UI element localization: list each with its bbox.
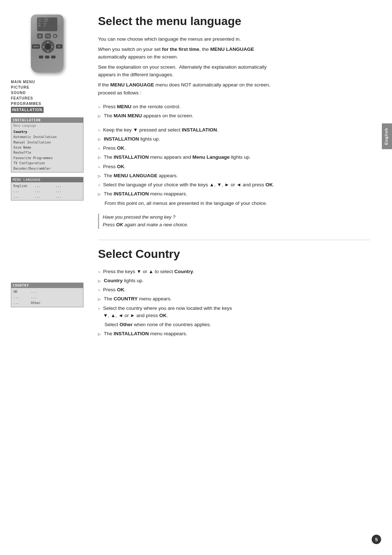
main-menu-labels: MAIN MENU PICTURE SOUND FEATURES PROGRAM… bbox=[11, 79, 83, 113]
menu-label-programmes: PROGRAMMES bbox=[11, 101, 83, 106]
step-6: ▷ The INSTALLATION menu appears and Menu… bbox=[98, 154, 370, 161]
install-item-decoder: Decoder/Descrambler bbox=[13, 166, 81, 171]
intro-line-2: When you switch on your set for the firs… bbox=[98, 45, 370, 61]
step-1: ○ Press MENU on the remote control. bbox=[98, 103, 370, 110]
bullet-tri-6: ▷ bbox=[98, 155, 101, 160]
install-item-country: Country bbox=[13, 129, 81, 134]
m-button[interactable]: M bbox=[37, 33, 43, 39]
left-btn[interactable] bbox=[39, 56, 43, 58]
bullet-tri-10: ▷ bbox=[98, 191, 101, 197]
install-item-tvconfig: TV Configuration bbox=[13, 161, 81, 166]
lang-row-1: English...... bbox=[13, 183, 81, 189]
section2-title: Select Country bbox=[98, 247, 370, 261]
menu-label-sound: SOUND bbox=[11, 90, 83, 96]
installation-menu-body: Menu Language Country Automatic Installa… bbox=[11, 123, 83, 172]
bullet-tri-c6: ▷ bbox=[98, 331, 101, 337]
bullet-tri-c4: ▷ bbox=[98, 296, 101, 302]
lang-row-3: ......... bbox=[13, 194, 81, 199]
remote-control: VCR 1 TUNERVCR 3 TAPESAT DCCAMP CD M TV … bbox=[31, 15, 64, 73]
install-item-reshuffle: Reshuffle bbox=[13, 150, 81, 155]
install-item-givename: Give Name bbox=[13, 145, 81, 150]
c-step-2: ▷ Country lights up. bbox=[98, 277, 370, 284]
bullet-circle-c3: ○ bbox=[98, 287, 100, 293]
step-10: ▷ The INSTALLATION menu reappears. bbox=[98, 190, 370, 198]
step-7: ○ Press OK. bbox=[98, 163, 370, 170]
power-button[interactable]: ⏻ bbox=[53, 34, 57, 38]
installation-menu-box: INSTALLATION Menu Language Country Autom… bbox=[11, 117, 83, 173]
c-step-5b: Select Other when none of the countries … bbox=[98, 321, 370, 328]
step-2: ▷ The MAIN MENU appears on the screen. bbox=[98, 112, 370, 119]
remote-illustration: VCR 1 TUNERVCR 3 TAPESAT DCCAMP CD M TV … bbox=[11, 15, 83, 73]
note-line-1: Have you pressed the wrong key ? bbox=[103, 214, 370, 221]
install-item-favprog: Favourite Programmes bbox=[13, 155, 81, 161]
right-column: Select the menu language You can now cho… bbox=[83, 15, 392, 344]
steps-group-2: ○ Keep the key ▼ pressed and select INST… bbox=[98, 126, 370, 207]
c-step-6: ▷ The INSTALLATION menu reappears. bbox=[98, 330, 370, 337]
step-10b: From this point on, all menus are presen… bbox=[98, 200, 370, 207]
step-3: ○ Keep the key ▼ pressed and select INST… bbox=[98, 126, 370, 134]
step-9: ○ Select the language of your choice wit… bbox=[98, 181, 370, 189]
install-item-manual: Manual Installation bbox=[13, 140, 81, 145]
page-number: 5 bbox=[372, 535, 381, 544]
menu-button[interactable]: MENU bbox=[32, 44, 40, 49]
intro-line-1: You can now choose which language the me… bbox=[98, 35, 370, 43]
step-5: ○ Press OK. bbox=[98, 145, 370, 152]
bullet-tri-8: ▷ bbox=[98, 173, 101, 179]
country-row-3: ...Other bbox=[13, 300, 81, 306]
bullet-circle-1: ○ bbox=[98, 104, 100, 110]
menu-label-installation: INSTALLATION bbox=[11, 107, 44, 113]
intro-line-4: If the MENU LANGUAGE menu does NOT autom… bbox=[98, 81, 370, 97]
intro-line-3: See the explanation on your screen. Alte… bbox=[98, 63, 370, 79]
bullet-circle-9: ○ bbox=[98, 182, 100, 188]
ok-button[interactable]: OK bbox=[56, 44, 62, 49]
language-menu-body: English...... ......... ......... bbox=[11, 182, 83, 200]
section-divider bbox=[98, 240, 370, 240]
country-menu-body: UK... ...... ...Other bbox=[11, 288, 83, 307]
install-item-auto: Automatic Installation bbox=[13, 134, 81, 139]
country-menu-box: COUNTRY UK... ...... ...Other bbox=[11, 283, 83, 307]
bullet-tri-c2: ▷ bbox=[98, 278, 101, 284]
bullet-circle-3: ○ bbox=[98, 127, 100, 133]
step-4: ▷ INSTALLATION lights up. bbox=[98, 135, 370, 143]
bullet-tri-2: ▷ bbox=[98, 113, 101, 119]
c-step-5: ○ Select the country where you are now l… bbox=[98, 305, 370, 320]
tv-button[interactable]: TV bbox=[45, 33, 51, 39]
c-step-3: ○ Press OK. bbox=[98, 286, 370, 293]
bullet-circle-7: ○ bbox=[98, 164, 100, 170]
mid-btn[interactable] bbox=[45, 56, 49, 58]
steps-group-1: ○ Press MENU on the remote control. ▷ Th… bbox=[98, 103, 370, 120]
bullet-circle-c1: ○ bbox=[98, 269, 100, 275]
language-menu-box: MENU LANGUAGE English...... ......... ..… bbox=[11, 177, 83, 200]
country-row-2: ...... bbox=[13, 295, 81, 300]
remote-screen: VCR 1 TUNERVCR 3 TAPESAT DCCAMP CD bbox=[37, 17, 57, 31]
language-tab: English bbox=[382, 123, 392, 149]
lang-row-2: ......... bbox=[13, 189, 81, 194]
right-btn[interactable] bbox=[51, 56, 56, 58]
country-row-1: UK... bbox=[13, 289, 81, 295]
menu-label-picture: PICTURE bbox=[11, 85, 83, 90]
dpad[interactable]: ▲ ▼ ◄ ► bbox=[41, 40, 54, 53]
c-step-1: ○ Press the keys ▼ or ▲ to select Countr… bbox=[98, 268, 370, 275]
note-line-2: Press OK again and make a new choice. bbox=[103, 221, 370, 229]
menu-label-main: MAIN MENU bbox=[11, 79, 83, 85]
menu-language-sublabel: Menu Language bbox=[13, 124, 81, 129]
screen-labels: VCR 1 TUNERVCR 3 TAPESAT DCCAMP CD bbox=[38, 18, 49, 27]
note-box: Have you pressed the wrong key ? Press O… bbox=[98, 214, 370, 229]
section1-title: Select the menu language bbox=[98, 15, 370, 28]
country-steps: ○ Press the keys ▼ or ▲ to select Countr… bbox=[98, 268, 370, 338]
left-column: VCR 1 TUNERVCR 3 TAPESAT DCCAMP CD M TV … bbox=[0, 15, 83, 344]
bullet-circle-c5: ○ bbox=[98, 306, 100, 311]
installation-menu-header: INSTALLATION bbox=[11, 118, 83, 123]
c-step-4: ▷ The COUNTRY menu appears. bbox=[98, 295, 370, 303]
country-menu-header: COUNTRY bbox=[11, 283, 83, 288]
language-menu-header: MENU LANGUAGE bbox=[11, 177, 83, 182]
step-8: ▷ The MENU LANGUAGE appears. bbox=[98, 172, 370, 179]
menu-label-features: FEATURES bbox=[11, 96, 83, 101]
bullet-circle-5: ○ bbox=[98, 146, 100, 151]
bullet-tri-4: ▷ bbox=[98, 137, 101, 142]
section-spacer bbox=[11, 203, 83, 283]
